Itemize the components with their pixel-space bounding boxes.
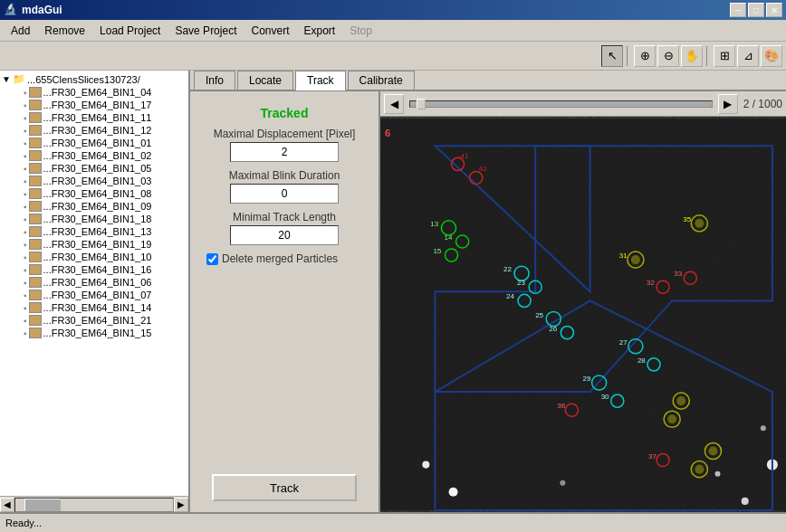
image-toolbar: ◀ ▶ 2 / 1000 [380,91,786,117]
scroll-left-button[interactable]: ◀ [0,498,14,512]
svg-point-44 [647,358,660,371]
tree-file-item[interactable]: ▪...FR30_EM64_BIN1_19 [2,238,187,251]
tree-file-item[interactable]: ▪...FR30_EM64_BIN1_08 [2,187,187,200]
window-controls: ─ □ ✕ [730,3,782,17]
menu-add[interactable]: Add [4,23,37,39]
svg-text:26: 26 [549,325,557,333]
scroll-track[interactable] [14,498,174,512]
delete-merged-checkbox[interactable] [206,253,218,265]
tab-calibrate[interactable]: Calibrate [348,71,415,90]
min-track-input[interactable] [230,225,339,245]
svg-rect-0 [380,119,786,510]
tree-file-item[interactable]: ▪...FR30_EM64_BIN1_05 [2,162,187,175]
svg-point-12 [452,157,465,170]
toolbar-separator-2 [706,46,710,66]
scroll-thumb[interactable] [24,499,61,511]
next-frame-button[interactable]: ▶ [718,94,738,114]
menu-export[interactable]: Export [297,23,343,39]
menu-convert[interactable]: Convert [244,23,296,39]
track-button[interactable]: Track [212,474,357,501]
zoom-in-tool-button[interactable]: ⊕ [634,45,656,67]
tree-file-item[interactable]: ▪...FR30_EM64_BIN1_13 [2,225,187,238]
image-view[interactable]: 41 42 13 14 15 22 [380,117,786,512]
tree-file-item[interactable]: ▪...FR30_EM64_BIN1_15 [2,327,187,339]
svg-text:24: 24 [506,292,514,300]
menu-save-project[interactable]: Save Project [168,23,244,39]
delete-merged-label: Delete merged Particles [222,252,338,265]
tree-file-item[interactable]: ▪...FR30_EM64_BIN1_18 [2,213,187,225]
svg-point-14 [470,171,483,184]
maximize-button[interactable]: □ [748,3,764,17]
image-panel: ◀ ▶ 2 / 1000 [380,91,786,512]
tree-file-item[interactable]: ▪...FR30_EM64_BIN1_04 [2,86,187,99]
tree-file-item[interactable]: ▪...FR30_EM64_BIN1_14 [2,301,187,314]
svg-text:22: 22 [503,265,512,273]
max-blink-input[interactable] [230,184,339,204]
tab-info[interactable]: Info [194,71,235,90]
menu-stop: Stop [342,23,379,39]
svg-point-52 [611,394,624,407]
tree-file-item[interactable]: ▪...FR30_EM64_BIN1_21 [2,314,187,327]
window-title: mdaGui [22,4,730,16]
status-text: Ready... [5,518,42,528]
right-panel: Info Locate Track Calibrate Tracked Maxi… [190,71,786,512]
svg-text:28: 28 [637,356,646,365]
tree-file-item[interactable]: ▪...FR30_EM64_BIN1_12 [2,124,187,137]
svg-text:41: 41 [461,152,469,160]
svg-point-59 [708,446,717,455]
frame-slider-thumb[interactable] [417,99,426,109]
svg-point-46 [673,393,689,409]
svg-point-2 [422,461,429,469]
menu-load-project[interactable]: Load Project [92,23,168,39]
tree-root-item[interactable]: ▼ 📁 ...655ClensSlices130723/ [2,72,187,86]
zoom-out-tool-button[interactable]: ⊖ [657,45,679,67]
tab-bar: Info Locate Track Calibrate [190,71,786,91]
main-content: ▼ 📁 ...655ClensSlices130723/ ▪...FR30_EM… [0,71,786,512]
tree-file-item[interactable]: ▪...FR30_EM64_BIN1_01 [2,137,187,149]
tree-file-item[interactable]: ▪...FR30_EM64_BIN1_03 [2,175,187,187]
title-bar: 🔬 mdaGui ─ □ ✕ [0,0,786,20]
tree-file-item[interactable]: ▪...FR30_EM64_BIN1_02 [2,149,187,162]
svg-point-32 [628,252,644,268]
tab-track[interactable]: Track [295,71,346,90]
toolbar: ↖ ⊕ ⊖ ✋ ⊞ ⊿ 🎨 [0,42,786,71]
frame-slider[interactable] [409,100,713,108]
svg-point-40 [684,271,696,284]
minimize-button[interactable]: ─ [730,3,746,17]
prev-frame-button[interactable]: ◀ [384,94,404,114]
panel-area: Tracked Maximal Displacement [Pixel] Max… [190,91,786,512]
tree-file-item[interactable]: ▪...FR30_EM64_BIN1_17 [2,99,187,111]
tree-file-item[interactable]: ▪...FR30_EM64_BIN1_16 [2,263,187,276]
svg-text:42: 42 [479,165,487,173]
svg-point-60 [691,461,707,478]
tree-root: ▼ 📁 ...655ClensSlices130723/ ▪...FR30_EM… [0,71,188,496]
close-button[interactable]: ✕ [766,3,782,17]
expand-icon[interactable]: ▼ [2,74,13,84]
svg-point-3 [449,488,458,497]
tree-file-item[interactable]: ▪...FR30_EM64_BIN1_11 [2,111,187,124]
tree-file-item[interactable]: ▪...FR30_EM64_BIN1_09 [2,200,187,213]
svg-point-4 [714,471,720,477]
svg-point-50 [592,375,607,390]
roi-tool-button[interactable]: ⊞ [714,45,735,67]
tree-file-item[interactable]: ▪...FR30_EM64_BIN1_07 [2,289,187,301]
svg-text:33: 33 [674,270,682,278]
region-overlay: 41 42 13 14 15 22 [380,117,786,512]
tab-locate[interactable]: Locate [237,71,293,90]
microscopy-background: 41 42 13 14 15 22 [380,117,786,512]
svg-marker-9 [435,146,590,291]
tree-file-item[interactable]: ▪...FR30_EM64_BIN1_06 [2,276,187,289]
menu-remove[interactable]: Remove [37,23,92,39]
scroll-right-button[interactable]: ▶ [174,498,188,512]
max-displacement-input[interactable] [230,142,339,162]
pan-tool-button[interactable]: ✋ [681,45,703,67]
cursor-tool-button[interactable]: ↖ [601,45,623,67]
svg-rect-1 [380,119,786,510]
track-status: Tracked [261,106,309,120]
measure-tool-button[interactable]: ⊿ [737,45,759,67]
svg-text:25: 25 [535,311,543,319]
svg-point-26 [518,294,531,307]
color-tool-button[interactable]: 🎨 [761,45,782,67]
app-icon: 🔬 [4,3,18,17]
tree-file-item[interactable]: ▪...FR30_EM64_BIN1_10 [2,251,187,263]
